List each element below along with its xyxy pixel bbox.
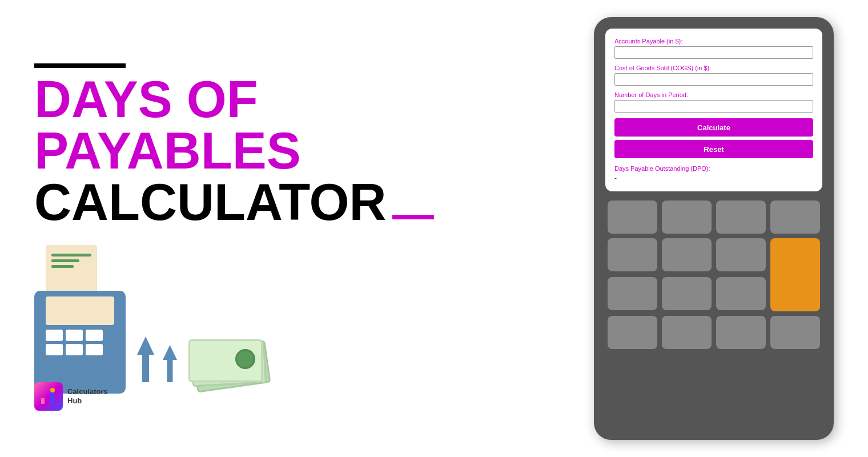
cogs-label: Cost of Goods Sold (COGS) (in $): (614, 65, 813, 71)
reset-button[interactable]: Reset (614, 140, 813, 158)
left-section: DAYS OF PAYABLES CALCULATOR (34, 63, 434, 394)
pos-key (46, 330, 63, 341)
key-2[interactable] (662, 201, 712, 234)
receipt-line (51, 265, 74, 268)
key-8[interactable] (608, 277, 657, 310)
logo-text: Calculators Hub (67, 387, 108, 405)
key-orange-tall[interactable] (770, 238, 820, 311)
accounts-payable-input[interactable] (614, 46, 813, 59)
illustration (34, 245, 434, 394)
key-3[interactable] (716, 201, 766, 234)
arrow-up-1-icon (137, 336, 154, 382)
logo-icon (34, 382, 63, 411)
key-11[interactable] (608, 316, 657, 349)
pos-body (34, 291, 126, 394)
money-coin-icon (235, 349, 255, 369)
pos-key (86, 344, 103, 355)
receipt-line (51, 259, 79, 262)
logo-name-line1: Calculators (67, 387, 108, 396)
arrow-up-2-icon (163, 345, 177, 382)
pos-key (46, 344, 63, 355)
money-stack-icon (188, 325, 268, 388)
calculator-keypad (605, 198, 822, 351)
key-1[interactable] (608, 201, 657, 234)
key-7[interactable] (716, 238, 766, 271)
key-5[interactable] (608, 238, 657, 271)
black-bar-decoration (34, 63, 126, 68)
key-14[interactable] (770, 316, 820, 349)
svg-rect-1 (46, 395, 49, 404)
accounts-payable-label: Accounts Payable (in $): (614, 38, 813, 45)
pos-key (66, 330, 83, 341)
pos-key (86, 330, 103, 341)
pos-keypad (34, 330, 126, 355)
key-6[interactable] (662, 238, 712, 271)
days-label: Number of Days in Period: (614, 91, 813, 98)
receipt-icon (46, 245, 97, 291)
pos-screen (46, 296, 114, 325)
pos-terminal-icon (34, 274, 126, 394)
receipt-line (51, 254, 91, 256)
key-13[interactable] (716, 316, 766, 349)
arrows-icon (137, 336, 177, 382)
key-12[interactable] (662, 316, 712, 349)
title-line-3: CALCULATOR (34, 177, 434, 228)
days-input[interactable] (614, 100, 813, 113)
calculator-widget: Accounts Payable (in $): Cost of Goods S… (594, 17, 834, 440)
cogs-field-group: Cost of Goods Sold (COGS) (in $): (614, 65, 813, 86)
key-10[interactable] (716, 277, 766, 310)
key-9[interactable] (662, 277, 712, 310)
svg-point-3 (50, 388, 55, 392)
cogs-input[interactable] (614, 73, 813, 86)
svg-rect-0 (41, 398, 45, 404)
dpo-result-label: Days Payable Outstanding (DPO): (614, 165, 813, 172)
title-line-1: DAYS OF (34, 74, 434, 125)
calculator-screen: Accounts Payable (in $): Cost of Goods S… (605, 29, 822, 191)
dpo-result-value: - (614, 174, 813, 182)
accounts-payable-field-group: Accounts Payable (in $): (614, 38, 813, 59)
money-bill-3-icon (188, 339, 263, 382)
pos-key (66, 344, 83, 355)
days-field-group: Number of Days in Period: (614, 91, 813, 113)
title-line-2: PAYABLES (34, 125, 434, 177)
key-4[interactable] (770, 201, 820, 234)
calculate-button[interactable]: Calculate (614, 118, 813, 137)
logo-name-line2: Hub (67, 396, 108, 406)
logo: Calculators Hub (34, 382, 108, 411)
svg-rect-2 (50, 391, 54, 404)
